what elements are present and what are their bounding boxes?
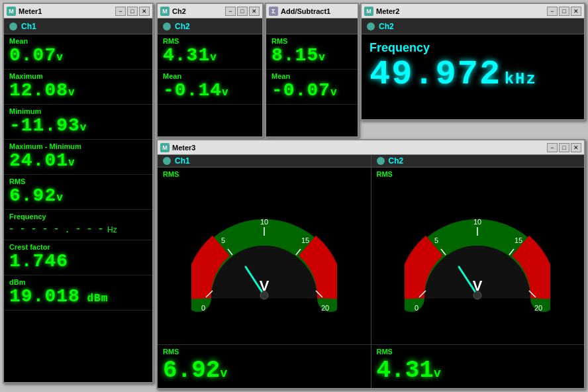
svg-text:10: 10 xyxy=(260,218,268,226)
meter2-window: M Meter2 − □ ✕ Ch2 Frequency 49.972 kHz xyxy=(360,3,585,121)
meter3-ch1-gauge: 0 5 10 15 20 V xyxy=(191,213,337,312)
maxmin-value: 24.01v xyxy=(9,152,147,170)
meter1-maximize[interactable]: □ xyxy=(127,7,138,16)
freq-value: 49.972 xyxy=(369,55,501,94)
meter2-maximize[interactable]: □ xyxy=(559,7,569,16)
meter3-ch2-rms-bottom-label: RMS xyxy=(377,348,579,356)
dbm-label: dBm xyxy=(9,278,147,286)
frequency-block: Frequency - - - - - . - - - Hz xyxy=(4,210,152,240)
addsubtract-mean-value: -0.07v xyxy=(271,81,352,100)
addsubtract-titlebar: Σ Add/Subtract1 xyxy=(266,4,358,19)
mean-value: 0.07v xyxy=(9,46,147,65)
freq-unit: kHz xyxy=(505,70,537,88)
addsubtract-channel-header xyxy=(266,19,358,34)
mean-block: Mean 0.07v xyxy=(4,34,152,70)
meter3-ch1-rms-label-container: RMS xyxy=(158,168,371,181)
maximum-label: Maximum xyxy=(9,72,147,80)
rms-label: RMS xyxy=(9,177,147,185)
meter3-ch2-rms-bottom-value: 4.31v xyxy=(377,357,579,384)
ch2-top-icon: M xyxy=(160,7,170,16)
addsubtract-rms-label: RMS xyxy=(271,37,352,45)
meter3-ch1-rms-bottom: RMS 6.92v xyxy=(158,344,371,388)
meter3-ch2-rms-label-container: RMS xyxy=(371,168,585,181)
frequency-dashes: - - - - - . - - - xyxy=(9,222,105,236)
meter3-controls: − □ ✕ xyxy=(547,143,581,152)
ch2-top-channel-title: Ch2 xyxy=(172,7,186,15)
addsubtract-rms-block: RMS 8.15v xyxy=(266,34,358,70)
meter3-maximize[interactable]: □ xyxy=(559,143,569,152)
meter1-icon: M xyxy=(7,7,16,16)
meter3-ch2-rms-bottom: RMS 4.31v xyxy=(371,344,585,388)
meter3-ch1-rms-bottom-label: RMS xyxy=(163,348,366,356)
meter3-ch1-gauge-container: 0 5 10 15 20 V xyxy=(158,181,371,344)
svg-text:V: V xyxy=(473,277,483,294)
meter2-channel-header: Ch2 xyxy=(362,19,584,34)
meter3-ch1-dot xyxy=(163,157,171,165)
meter2-close[interactable]: ✕ xyxy=(571,7,581,16)
mean-label: Mean xyxy=(9,37,147,45)
ch2-top-dot xyxy=(163,23,171,30)
addsubtract-icon: Σ xyxy=(269,7,278,16)
meter3-ch1-panel: Ch1 RMS xyxy=(158,155,371,388)
meter1-channel-label: Ch1 xyxy=(21,22,36,31)
meter1-controls: − □ ✕ xyxy=(115,7,150,16)
maxmin-label: Maximum - Minimum xyxy=(9,142,147,150)
meter1-title-group: M Meter1 xyxy=(7,7,42,16)
addsubtract-title: Add/Subtract1 xyxy=(281,7,330,15)
meter3-ch2-header: Ch2 xyxy=(371,155,585,168)
frequency-display: Frequency 49.972 kHz xyxy=(362,34,584,99)
frequency-label: Frequency xyxy=(9,213,147,220)
svg-text:20: 20 xyxy=(321,304,329,312)
meter3-body: Ch1 RMS xyxy=(158,155,584,388)
addsubtract-window: Σ Add/Subtract1 RMS 8.15v Mean -0.07v xyxy=(265,3,359,138)
meter2-controls: − □ ✕ xyxy=(547,7,581,16)
ch2-mean-label: Mean xyxy=(163,72,257,80)
ch2-top-channel-label: Ch2 xyxy=(175,22,190,31)
svg-text:V: V xyxy=(259,277,269,294)
rms-block: RMS 6.92v xyxy=(4,175,152,210)
meter3-ch1-rms-bottom-value: 6.92v xyxy=(163,357,366,384)
meter3-ch2-rms-label: RMS xyxy=(377,170,579,178)
ch2-top-controls: − □ ✕ xyxy=(225,7,260,16)
rms-value: 6.92v xyxy=(9,187,147,205)
meter1-minimize[interactable]: − xyxy=(115,7,126,16)
ch2-rms-value: 4.31v xyxy=(163,46,257,65)
addsubtract-rms-value: 8.15v xyxy=(271,46,352,65)
svg-text:0: 0 xyxy=(201,304,205,312)
meter3-title: Meter3 xyxy=(172,144,195,152)
meter3-icon: M xyxy=(160,143,170,152)
meter3-close[interactable]: ✕ xyxy=(571,143,581,152)
ch2-top-channel-header: Ch2 xyxy=(158,19,262,34)
ch2-rms-label: RMS xyxy=(163,37,257,45)
meter3-ch1-label: Ch1 xyxy=(175,156,190,166)
meter1-channel-header: Ch1 xyxy=(4,19,152,34)
svg-text:15: 15 xyxy=(514,236,522,244)
meter2-channel-dot xyxy=(367,23,375,30)
svg-text:5: 5 xyxy=(221,236,225,244)
maxmin-block: Maximum - Minimum 24.01v xyxy=(4,140,152,175)
meter1-channel-dot xyxy=(9,23,17,30)
ch2-top-window: M Ch2 − □ ✕ Ch2 RMS 4.31v Mean -0.14v xyxy=(156,3,264,138)
frequency-unit: Hz xyxy=(107,225,117,234)
dbm-block: dBm 19.018 dBm xyxy=(4,275,152,311)
ch2-maximize[interactable]: □ xyxy=(237,7,248,16)
meter3-minimize[interactable]: − xyxy=(547,143,558,152)
addsubtract-title-group: Σ Add/Subtract1 xyxy=(269,7,330,16)
ch2-top-titlebar: M Ch2 − □ ✕ xyxy=(158,4,262,19)
meter1-window: M Meter1 − □ ✕ Ch1 Mean 0.07v Maximum 12… xyxy=(3,3,154,383)
meter2-titlebar: M Meter2 − □ ✕ xyxy=(362,4,584,19)
ch2-close[interactable]: ✕ xyxy=(249,7,260,16)
ch2-top-title-group: M Ch2 xyxy=(160,7,186,16)
meter2-minimize[interactable]: − xyxy=(547,7,558,16)
ch2-rms-block: RMS 4.31v xyxy=(158,34,262,70)
meter3-ch2-gauge-container: 0 5 10 15 20 V xyxy=(371,181,585,344)
ch2-minimize[interactable]: − xyxy=(225,7,236,16)
addsubtract-mean-block: Mean -0.07v xyxy=(266,70,358,105)
meter3-window: M Meter3 − □ ✕ Ch1 RMS xyxy=(156,139,585,389)
minimum-label: Minimum xyxy=(9,107,147,115)
meter3-ch2-label: Ch2 xyxy=(389,156,404,166)
meter3-ch2-panel: Ch2 RMS xyxy=(371,155,585,388)
meter2-channel-label: Ch2 xyxy=(379,22,394,31)
meter2-title-group: M Meter2 xyxy=(364,7,399,16)
meter1-close[interactable]: ✕ xyxy=(139,7,150,16)
